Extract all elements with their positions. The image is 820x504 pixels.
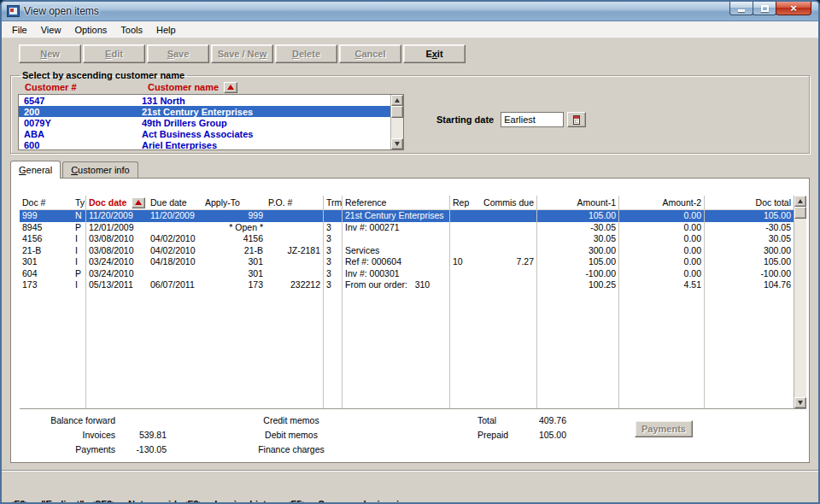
customer-scroll-down-button[interactable] xyxy=(391,138,403,149)
grid-cell[interactable] xyxy=(450,245,476,257)
menu-help[interactable]: Help xyxy=(149,23,183,37)
grid-cell[interactable]: 12/01/2009 xyxy=(86,222,148,234)
grid-cell[interactable]: -30.05 xyxy=(537,222,619,234)
exit-button[interactable]: Exit xyxy=(403,44,466,63)
grid-cell[interactable]: 21-B xyxy=(202,245,266,257)
grid-cell[interactable]: -100.00 xyxy=(705,268,794,280)
customer-scroll-thumb[interactable] xyxy=(391,106,403,118)
grid-cell[interactable]: Inv #: 000271 xyxy=(343,222,450,234)
grid-cell[interactable]: 11/20/2009 xyxy=(86,210,148,222)
table-scroll-track[interactable] xyxy=(794,219,806,397)
grid-cell[interactable]: 3 xyxy=(324,245,343,257)
grid-cell[interactable]: 7.27 xyxy=(476,256,537,268)
grid-cell[interactable]: 105.00 xyxy=(705,210,794,222)
grid-cell[interactable]: 0.00 xyxy=(619,210,705,222)
grid-cell[interactable]: 3 xyxy=(324,279,343,291)
edit-button[interactable]: Edit xyxy=(83,44,145,63)
customer-scroll-up-button[interactable] xyxy=(391,95,403,106)
grid-cell[interactable]: 04/02/2010 xyxy=(148,245,202,257)
grid-cell[interactable] xyxy=(324,210,343,222)
grid-cell[interactable] xyxy=(450,268,476,280)
grid-cell[interactable]: I xyxy=(73,245,86,257)
grid-cell[interactable]: From our order: 310 xyxy=(343,279,450,291)
table-scroll-up-button[interactable] xyxy=(794,196,806,207)
grid-cell[interactable]: 301 xyxy=(202,256,266,268)
grid-cell[interactable]: Services xyxy=(343,245,450,257)
grid-cell[interactable] xyxy=(476,268,537,280)
payments-button[interactable]: Payments xyxy=(635,420,693,437)
minimize-button[interactable] xyxy=(729,2,753,15)
grid-cell[interactable] xyxy=(148,222,202,234)
grid-cell[interactable]: 173 xyxy=(20,279,73,291)
grid-cell[interactable]: 04/02/2010 xyxy=(148,233,202,245)
calendar-button[interactable] xyxy=(567,112,586,127)
grid-cell[interactable] xyxy=(266,233,324,245)
grid-cell[interactable]: P xyxy=(73,268,86,280)
grid-cell[interactable]: I xyxy=(73,279,86,291)
grid-cell[interactable]: 232212 xyxy=(266,279,324,291)
grid-cell[interactable]: 0.00 xyxy=(619,268,705,280)
menu-file[interactable]: File xyxy=(5,23,34,37)
grid-cell[interactable]: 999 xyxy=(20,210,73,222)
grid-cell[interactable] xyxy=(450,210,476,222)
maximize-button[interactable] xyxy=(753,2,776,15)
customer-row[interactable]: 600Ariel Enterprises xyxy=(19,139,390,150)
grid-cell[interactable]: 604 xyxy=(20,268,73,280)
grid-cell[interactable]: 03/08/2010 xyxy=(86,245,148,257)
grid-cell[interactable]: 301 xyxy=(20,256,73,268)
customer-row[interactable]: ABAAct Business Associates xyxy=(19,128,390,139)
table-scrollbar[interactable] xyxy=(794,196,806,408)
save-button[interactable]: Save xyxy=(147,44,209,63)
grid-cell[interactable]: -100.00 xyxy=(537,268,619,280)
grid-cell[interactable]: 21-B xyxy=(20,245,73,257)
grid-cell[interactable]: 4156 xyxy=(20,233,73,245)
grid-cell[interactable]: * Open * xyxy=(202,222,266,234)
customer-row[interactable]: 6547131 North xyxy=(19,95,390,106)
customer-row[interactable]: 20021st Century Enterprises xyxy=(19,106,390,117)
grid-cell[interactable]: 03/08/2010 xyxy=(86,233,148,245)
starting-date-input[interactable] xyxy=(501,112,564,127)
grid-cell[interactable]: 300.00 xyxy=(705,245,794,257)
delete-button[interactable]: Delete xyxy=(275,44,337,63)
grid-cell[interactable] xyxy=(476,245,537,257)
menu-view[interactable]: View xyxy=(34,23,68,37)
grid-cell[interactable]: 4.51 xyxy=(619,279,705,291)
menu-tools[interactable]: Tools xyxy=(114,23,149,37)
grid-cell[interactable]: 0.00 xyxy=(619,256,705,268)
grid-cell[interactable]: 105.00 xyxy=(537,210,619,222)
grid-cell[interactable] xyxy=(266,222,324,234)
grid-cell[interactable] xyxy=(148,268,202,280)
grid-cell[interactable]: 0.00 xyxy=(619,245,705,257)
grid-cell[interactable] xyxy=(476,210,537,222)
grid-cell[interactable]: P xyxy=(73,222,86,234)
grid-cell[interactable]: I xyxy=(73,233,86,245)
close-button[interactable]: × xyxy=(776,2,811,15)
grid-cell[interactable]: 05/13/2011 xyxy=(86,279,148,291)
grid-cell[interactable] xyxy=(476,233,537,245)
grid-cell[interactable] xyxy=(266,256,324,268)
grid-cell[interactable] xyxy=(450,279,476,291)
grid-cell[interactable]: 06/07/2011 xyxy=(148,279,202,291)
grid-cell[interactable]: 03/24/2010 xyxy=(86,256,148,268)
grid-cell[interactable]: 104.76 xyxy=(705,279,794,291)
grid-cell[interactable] xyxy=(450,222,476,234)
grid-cell[interactable]: N xyxy=(73,210,86,222)
grid-cell[interactable] xyxy=(343,233,450,245)
grid-cell[interactable]: JZ-2181 xyxy=(266,245,324,257)
customer-row[interactable]: 0079Y49th Drillers Group xyxy=(19,117,390,128)
grid-cell[interactable]: 8945 xyxy=(20,222,73,234)
grid-cell[interactable]: 100.25 xyxy=(537,279,619,291)
grid-cell[interactable]: 999 xyxy=(202,210,266,222)
tab-general[interactable]: General xyxy=(10,161,61,179)
grid-cell[interactable]: 21st Century Enterprises xyxy=(343,210,450,222)
grid-cell[interactable]: 10 xyxy=(450,256,476,268)
grid-cell[interactable]: 0.00 xyxy=(619,222,705,234)
grid-cell[interactable] xyxy=(266,210,324,222)
grid-cell[interactable]: 301 xyxy=(202,268,266,280)
grid-cell[interactable] xyxy=(266,268,324,280)
grid-cell[interactable] xyxy=(476,279,537,291)
grid-cell[interactable]: 03/24/2010 xyxy=(86,268,148,280)
customer-name-sort-button[interactable] xyxy=(224,82,237,93)
customer-scroll-track[interactable] xyxy=(391,118,403,138)
grid-cell[interactable]: 173 xyxy=(202,279,266,291)
